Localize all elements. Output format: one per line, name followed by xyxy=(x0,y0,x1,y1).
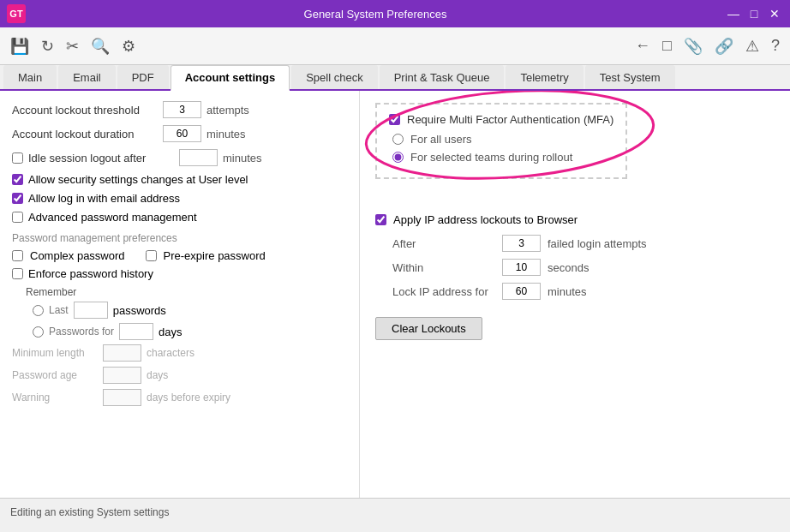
lock-ip-row: Lock IP address for minutes xyxy=(392,283,775,300)
lockout-threshold-input[interactable] xyxy=(163,101,201,118)
allow-security-checkbox[interactable] xyxy=(12,174,23,185)
tab-print-task-queue[interactable]: Print & Task Queue xyxy=(380,65,505,89)
status-bar: Editing an existing System settings xyxy=(0,498,790,525)
radio-passwords-for-label: Passwords for xyxy=(49,326,114,338)
min-length-label: Minimum length xyxy=(12,347,98,359)
save-icon[interactable]: 💾 xyxy=(9,35,31,57)
mfa-row: Require Multi Factor Authentication (MFA… xyxy=(389,113,613,126)
apply-ip-checkbox[interactable] xyxy=(375,214,386,225)
ip-lockout-section: Apply IP address lockouts to Browser Aft… xyxy=(375,213,775,340)
complex-pw-label: Complex password xyxy=(30,249,125,262)
tab-main[interactable]: Main xyxy=(3,65,57,89)
lock-ip-label: Lock IP address for xyxy=(392,285,495,298)
tab-pdf[interactable]: PDF xyxy=(117,65,169,89)
lock-ip-unit: minutes xyxy=(548,285,587,298)
refresh-icon[interactable]: ↻ xyxy=(39,35,56,57)
radio-passwords-for-unit: days xyxy=(159,326,182,338)
idle-session-checkbox[interactable] xyxy=(12,152,23,164)
within-input[interactable] xyxy=(502,259,541,276)
apply-ip-label: Apply IP address lockouts to Browser xyxy=(393,213,578,226)
advanced-pw-checkbox[interactable] xyxy=(12,212,23,223)
attachment-icon[interactable]: 📎 xyxy=(682,35,704,57)
allow-email-row: Allow log in with email address xyxy=(12,192,347,205)
lockout-duration-input[interactable] xyxy=(163,125,201,142)
clear-lockouts-button[interactable]: Clear Lockouts xyxy=(375,317,482,340)
minimize-button[interactable]: — xyxy=(725,7,742,21)
lockout-threshold-unit: attempts xyxy=(206,104,249,117)
maximize-button[interactable]: □ xyxy=(745,7,763,21)
status-text: Editing an existing System settings xyxy=(10,506,169,518)
pw-section-label: Password management preferences xyxy=(12,232,347,244)
lockout-threshold-row: Account lockout threshold attempts xyxy=(12,101,347,118)
advanced-pw-label: Advanced password management xyxy=(28,211,197,224)
min-length-unit: characters xyxy=(147,347,195,359)
window-icon[interactable]: □ xyxy=(661,35,673,57)
complex-pw-row: Complex password Pre-expire password xyxy=(12,249,347,262)
pre-expire-checkbox[interactable] xyxy=(146,250,157,261)
after-input[interactable] xyxy=(502,235,541,252)
allow-email-label: Allow log in with email address xyxy=(28,192,180,205)
tab-email[interactable]: Email xyxy=(58,65,116,89)
min-length-row: Minimum length characters xyxy=(12,344,347,362)
settings-icon[interactable]: ⚙ xyxy=(120,35,137,57)
complex-pw-checkbox[interactable] xyxy=(12,250,23,261)
tab-spell-check[interactable]: Spell check xyxy=(291,65,377,89)
allow-email-checkbox[interactable] xyxy=(12,193,23,204)
radio-for-all-users[interactable] xyxy=(392,134,404,145)
idle-session-row: Idle session logout after minutes xyxy=(12,149,347,166)
tab-bar: Main Email PDF Account settings Spell ch… xyxy=(0,65,790,91)
within-label: Within xyxy=(392,261,495,274)
remember-label: Remember xyxy=(26,286,347,298)
pw-age-input[interactable] xyxy=(103,367,141,384)
lock-ip-input[interactable] xyxy=(502,283,541,300)
warning-label: Warning xyxy=(12,392,98,403)
lockout-duration-row: Account lockout duration minutes xyxy=(12,125,347,142)
help-icon[interactable]: ? xyxy=(769,35,781,57)
within-row: Within seconds xyxy=(392,259,775,276)
warning-input[interactable] xyxy=(103,389,141,406)
for-all-users-label: For all users xyxy=(410,133,472,146)
toolbar-left: 💾 ↻ ✂ 🔍 ⚙ xyxy=(9,35,137,57)
pw-age-label: Password age xyxy=(12,369,98,381)
close-button[interactable]: ✕ xyxy=(766,7,783,21)
left-panel: Account lockout threshold attempts Accou… xyxy=(0,91,360,498)
mfa-checkbox[interactable] xyxy=(389,114,400,125)
tab-account-settings[interactable]: Account settings xyxy=(171,65,290,91)
pw-management-section: Password management preferences Complex … xyxy=(12,232,347,406)
allow-security-row: Allow security settings changes at User … xyxy=(12,173,347,186)
radio-last-unit: passwords xyxy=(113,304,166,317)
mfa-section: Require Multi Factor Authentication (MFA… xyxy=(375,103,627,179)
radio-passwords-for-input[interactable] xyxy=(119,323,153,340)
warning-unit: days before expiry xyxy=(147,392,230,403)
warning-icon[interactable]: ⚠ xyxy=(744,35,761,57)
radio-last[interactable] xyxy=(33,305,44,316)
link-icon[interactable]: 🔗 xyxy=(713,35,735,57)
radio-for-selected-teams[interactable] xyxy=(392,152,404,163)
tab-test-system[interactable]: Test System xyxy=(585,65,675,89)
radio-passwords-for[interactable] xyxy=(33,326,44,338)
radio-last-label: Last xyxy=(49,304,69,316)
toolbar-right: ← □ 📎 🔗 ⚠ ? xyxy=(633,35,781,57)
window-controls[interactable]: — □ ✕ xyxy=(725,7,783,21)
cut-icon[interactable]: ✂ xyxy=(64,35,81,57)
radio-last-input[interactable] xyxy=(74,302,108,319)
tab-telemetry[interactable]: Telemetry xyxy=(506,65,583,89)
right-panel: Require Multi Factor Authentication (MFA… xyxy=(360,91,790,498)
idle-session-input[interactable] xyxy=(179,149,218,166)
radio-passwords-for-row: Passwords for days xyxy=(33,323,347,340)
back-icon[interactable]: ← xyxy=(633,35,652,57)
enforce-history-checkbox[interactable] xyxy=(12,268,23,279)
search-icon[interactable]: 🔍 xyxy=(89,35,111,57)
min-length-input[interactable] xyxy=(103,344,141,362)
within-unit: seconds xyxy=(548,261,589,274)
pw-age-row: Password age days xyxy=(12,367,347,384)
lockout-duration-unit: minutes xyxy=(206,128,246,140)
warning-row: Warning days before expiry xyxy=(12,389,347,406)
apply-ip-header: Apply IP address lockouts to Browser xyxy=(375,213,775,226)
lockout-duration-label: Account lockout duration xyxy=(12,128,158,140)
pre-expire-label: Pre-expire password xyxy=(164,249,266,262)
enforce-history-label: Enforce password history xyxy=(28,267,153,280)
for-all-users-row: For all users xyxy=(392,133,613,146)
allow-security-label: Allow security settings changes at User … xyxy=(28,173,248,186)
pw-age-unit: days xyxy=(147,369,168,381)
